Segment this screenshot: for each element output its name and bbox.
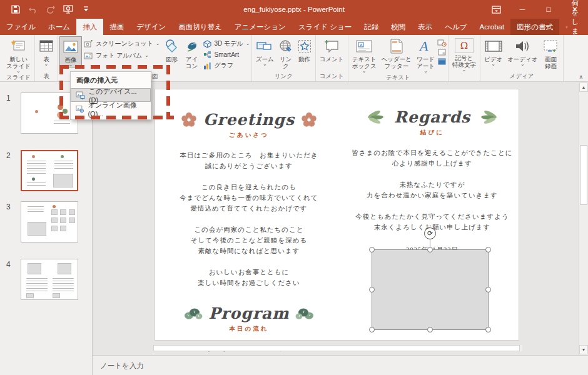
tab-view[interactable]: 表示 [412, 19, 438, 35]
tab-animations[interactable]: アニメーション [228, 19, 292, 35]
slide-canvas[interactable]: Greetings ごあいさつ 本日はご多用のところ お集まりいただき 誠にあり… [155, 89, 519, 341]
start-slideshow-icon[interactable] [63, 4, 74, 15]
comment-button[interactable]: コメント [317, 36, 347, 62]
resize-handle-se[interactable] [485, 327, 491, 332]
slide-number-icon[interactable] [437, 48, 447, 56]
tab-record[interactable]: 記録 [358, 19, 385, 35]
photo-album-button[interactable]: フォト アルバム ⌄ [82, 51, 162, 61]
audio-button[interactable]: オーディオ ⌄ [505, 36, 540, 66]
maximize-button[interactable]: □ [535, 0, 562, 19]
smartart-button[interactable]: SmartArt [201, 50, 251, 59]
notes-pane[interactable]: ノートを入力 [93, 355, 588, 375]
regards-paragraph: 皆さまのお陰で本日を迎えることができたことに 心より感謝申し上げます [338, 148, 526, 169]
tab-file[interactable]: ファイル [0, 19, 42, 35]
text-box-button[interactable]: A テキスト ボックス ⌄ [350, 36, 379, 73]
tab-home[interactable]: ホーム [42, 19, 76, 35]
thumb-decor [58, 263, 71, 274]
shapes-icon [164, 38, 179, 54]
group-table: 表 ⌄ 表 [35, 35, 58, 81]
lightbulb-icon [565, 23, 568, 31]
annotation-dashed-top [59, 65, 170, 69]
vertical-scrollbar[interactable]: ▲ ▼ [578, 82, 588, 355]
picture-button[interactable]: 画像 ⌄ [59, 36, 82, 68]
resize-handle-sw[interactable] [369, 327, 375, 332]
tab-slideshow[interactable]: スライド ショー [292, 19, 358, 35]
thumb-decor [53, 174, 73, 188]
tab-help[interactable]: ヘルプ [438, 19, 473, 35]
greetings-paragraph: 本日はご多用のところ お集まりいただき 誠にありがとうございます [155, 150, 343, 171]
scroll-down-icon[interactable]: ▼ [579, 345, 588, 354]
regards-title: Regards [394, 108, 470, 126]
regards-paragraph: 未熟なふたりですが 力を合わせ温かい家庭を築いていきます [338, 179, 526, 201]
tab-transitions[interactable]: 画面切り替え [172, 19, 228, 35]
tab-draw[interactable]: 描画 [103, 19, 130, 35]
resize-handle-w[interactable] [369, 287, 375, 292]
new-slide-button[interactable]: 新しい スライド ⌄ [4, 36, 33, 73]
new-comment-icon [323, 38, 340, 54]
selected-picture-placeholder[interactable] [372, 249, 489, 330]
horizontal-scrollbar-thumb[interactable] [153, 345, 520, 351]
3d-model-icon [203, 40, 211, 48]
comment-label: コメント [320, 56, 344, 62]
header-footer-label-2: フッター [384, 62, 408, 69]
customize-qat-icon[interactable] [80, 4, 91, 15]
program-section: Program [155, 304, 343, 322]
tab-shape-format[interactable]: 図形の書式 [510, 19, 559, 35]
screenshot-button[interactable]: スクリーンショット ⌄ [82, 39, 162, 49]
object-icon[interactable] [437, 58, 447, 66]
horizontal-scrollbar[interactable] [153, 345, 522, 351]
resize-handle-s[interactable] [427, 327, 433, 332]
slide-thumbnail-4[interactable] [21, 259, 78, 300]
vertical-scrollbar-thumb[interactable] [580, 145, 587, 205]
link-button[interactable]: リン ク [276, 36, 295, 69]
date-time-icon[interactable] [437, 39, 447, 47]
resize-handle-nw[interactable] [369, 247, 375, 252]
tab-design[interactable]: デザイン [130, 19, 172, 35]
tab-acrobat[interactable]: Acrobat [474, 19, 511, 35]
resize-handle-n[interactable] [427, 247, 433, 252]
thumb-decor [54, 121, 70, 126]
header-footer-button[interactable]: ヘッダーと フッター [379, 36, 414, 69]
video-icon [485, 38, 502, 54]
greetings-title: Greetings [203, 111, 295, 129]
group-label-media: メディア [482, 72, 562, 81]
thumb-decor [60, 226, 66, 231]
slide-thumbnail-2[interactable] [21, 150, 78, 191]
group-comments: コメント コメント [316, 35, 348, 81]
menu-item-online-pictures[interactable]: オンライン画像(O)... [71, 102, 151, 116]
tab-review[interactable]: 校閲 [385, 19, 412, 35]
link-globe-icon [279, 38, 293, 54]
tell-me-box[interactable]: 何をしますか [559, 19, 588, 35]
resize-handle-e[interactable] [485, 287, 491, 292]
thumbnail-number-2: 2 [6, 151, 11, 160]
ribbon-display-options-icon[interactable] [483, 0, 509, 19]
chart-button[interactable]: グラフ [201, 61, 251, 71]
powerpoint-window: eng_fukiyose.pptx - PowerPoint ─ □ ✕ ファイ… [0, 0, 588, 375]
word-art-button[interactable]: A ワード アート ⌄ [414, 36, 437, 73]
chart-label: グラフ [214, 61, 233, 70]
action-button[interactable]: 動作 [295, 36, 314, 62]
shapes-label: 図形 [166, 56, 178, 62]
chevron-down-icon: ⌄ [156, 42, 160, 46]
scroll-up-icon[interactable]: ▲ [579, 82, 588, 92]
word-art-icon: A [418, 38, 433, 54]
collapse-ribbon-icon[interactable]: ∧ [579, 74, 583, 80]
zoom-button[interactable]: ズーム ⌄ [253, 36, 276, 66]
save-icon[interactable] [10, 4, 21, 15]
slide-thumbnail-3[interactable] [21, 201, 78, 242]
slide-editor-area: Greetings ごあいさつ 本日はご多用のところ お集まりいただき 誠にあり… [93, 82, 588, 355]
tab-insert[interactable]: 挿入 [76, 19, 103, 35]
picture-icon [63, 39, 79, 55]
video-button[interactable]: ビデオ ⌄ [482, 36, 505, 66]
screen-recording-button[interactable]: 画面 録画 [540, 36, 562, 69]
shapes-button[interactable]: 図形 [161, 36, 181, 62]
icons-button[interactable]: アイ コン [181, 36, 201, 69]
thumbnail-number-3: 3 [6, 202, 11, 211]
symbols-button[interactable]: Ω 記号と 特殊文字 ⌄ [450, 36, 479, 72]
minimize-button[interactable]: ─ [509, 0, 535, 19]
table-button[interactable]: 表 ⌄ [36, 36, 56, 66]
resize-handle-ne[interactable] [485, 247, 491, 252]
thumb-decor [69, 209, 75, 215]
3d-model-button[interactable]: 3D モデル ⌄ [201, 39, 251, 49]
rotation-handle[interactable]: ⟳ [424, 228, 436, 239]
